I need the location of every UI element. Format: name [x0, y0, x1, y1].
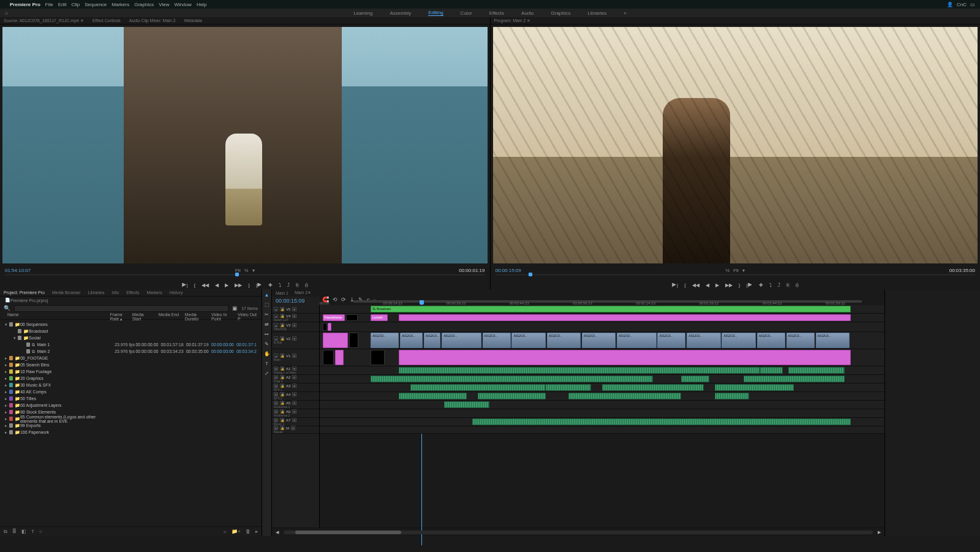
track-lane[interactable] — [320, 401, 884, 409]
timeline-clip[interactable] — [349, 333, 358, 348]
bin-row[interactable]: ▸📁60 Adjustment Layers — [0, 402, 262, 409]
user-icon[interactable]: 👤 — [947, 2, 953, 7]
timeline-clip[interactable]: A012C0... — [424, 333, 441, 348]
menu-view[interactable]: View — [159, 2, 169, 7]
prg-mark-in[interactable]: ⯈| — [672, 282, 678, 288]
prg-go-in[interactable]: { — [684, 282, 686, 288]
find-icon[interactable]: ⌕ — [224, 529, 227, 534]
src-btn-settings[interactable]: ⎙ — [305, 282, 308, 288]
timeline-clip[interactable] — [399, 393, 467, 399]
timeline-clip[interactable] — [546, 384, 591, 391]
bin-row[interactable]: 📁Broadcast — [0, 328, 262, 335]
sort-icon[interactable]: T — [31, 529, 34, 534]
src-play[interactable]: ▶ — [225, 282, 228, 288]
track-header[interactable]: M🔒A3👁SFX 1 — [272, 384, 319, 392]
program-tc[interactable]: 00:00:15:09 — [496, 268, 521, 273]
track-lane[interactable] — [320, 322, 884, 332]
col-start[interactable]: Media Start — [130, 312, 156, 319]
menubar-extra-icon[interactable]: ▭ — [970, 2, 975, 7]
tab-history[interactable]: History — [170, 290, 183, 295]
menu-help[interactable]: Help — [197, 2, 206, 7]
source-scrub[interactable] — [5, 274, 485, 281]
menu-markers[interactable]: Markers — [111, 2, 129, 7]
program-video[interactable] — [493, 27, 978, 263]
track-header[interactable]: M🔒A2👁Diag 2 — [272, 375, 319, 384]
bin-row[interactable]: ▸📁00_FOOTAGE — [0, 355, 262, 361]
bin-row[interactable]: ▸📁40 AE Comps — [0, 388, 262, 395]
bin-row[interactable]: ▾📁00 Sequences — [0, 321, 262, 328]
tool-type[interactable]: T — [264, 360, 270, 366]
prg-btn-settings[interactable]: ⎙ — [796, 282, 799, 288]
track-lane[interactable] — [320, 392, 884, 401]
tl-footer-icon2[interactable]: ▶ — [878, 530, 881, 535]
timeline-clip[interactable]: A012C0... — [786, 333, 815, 348]
timeline-clip[interactable]: SL Broadcast — [371, 306, 851, 312]
timeline-clip[interactable] — [323, 333, 348, 348]
timeline-clip[interactable] — [335, 350, 344, 365]
timeline-clip[interactable] — [399, 350, 851, 365]
tool-razor[interactable]: ✂ — [264, 311, 270, 317]
src-mark-in[interactable]: ⯈| — [182, 282, 188, 288]
track-lane[interactable] — [320, 426, 884, 434]
bin-row[interactable]: ⧉Main 223.976 fps00:00:00:0000:03:34:230… — [0, 348, 262, 355]
close-icon[interactable]: ✕ — [527, 18, 530, 23]
tool-track-select[interactable]: ⬚ — [264, 301, 270, 308]
timeline-clip[interactable] — [410, 384, 546, 391]
col-framerate[interactable]: Frame Rate ▴ — [108, 312, 130, 319]
src-go-out[interactable]: } — [248, 282, 250, 288]
close-icon[interactable]: ✕ — [80, 18, 84, 23]
ws-audio[interactable]: Audio — [521, 10, 533, 16]
close-icon[interactable]: ✕ — [307, 290, 311, 295]
app-name[interactable]: Premiere Pro — [10, 2, 40, 7]
src-step-back[interactable]: ◀◀ — [202, 282, 209, 288]
timeline-clip[interactable]: A012C0... — [757, 333, 785, 348]
prg-step-back[interactable]: ◀◀ — [692, 282, 699, 288]
filter-icon[interactable]: ▣ — [232, 305, 238, 311]
col-duration[interactable]: Media Duratio — [183, 312, 209, 319]
ws-graphics[interactable]: Graphics — [551, 10, 571, 16]
track-lane[interactable] — [320, 418, 884, 426]
timeline-clip[interactable] — [371, 376, 653, 382]
track-lane[interactable] — [320, 409, 884, 418]
timeline-clip[interactable] — [715, 393, 748, 399]
tool-selection[interactable]: ▲ — [264, 292, 270, 298]
seq-tab-main2[interactable]: Main 2✕ — [295, 290, 311, 295]
icon-view-icon[interactable]: ≣ — [12, 529, 17, 534]
timeline-tc[interactable]: 00:00:15:09 — [272, 297, 320, 305]
bin-row[interactable]: ▸📁10 Raw Footage — [0, 368, 262, 375]
timeline-clip[interactable]: A012C0... — [816, 333, 850, 348]
track-header[interactable]: ●🔒V1👁Main — [272, 349, 319, 366]
prg-lift[interactable]: ⤵ — [769, 282, 772, 288]
timeline-clip[interactable] — [788, 367, 845, 374]
tab-mediabrowser[interactable]: Media Browser — [52, 290, 81, 295]
timeline-clip[interactable]: A012C0... — [483, 333, 511, 348]
menu-window[interactable]: Window — [174, 2, 191, 7]
prg-extract[interactable]: ⤴ — [778, 282, 780, 288]
prg-go-out[interactable]: } — [739, 282, 741, 288]
timeline-clip[interactable] — [371, 350, 385, 365]
bin-row[interactable]: ▸📁50 Titles — [0, 395, 262, 402]
timeline-clip[interactable] — [399, 367, 760, 374]
home-icon[interactable]: ⌂ — [5, 10, 8, 16]
tool-slip[interactable]: ⇄ — [264, 321, 270, 327]
prg-mark-out[interactable]: |⯈ — [746, 282, 752, 288]
src-insert[interactable]: ⤵ — [279, 282, 281, 288]
timeline-clip[interactable] — [681, 376, 709, 382]
timeline-clip[interactable]: A012C0... — [657, 333, 685, 348]
col-name[interactable]: Name — [5, 312, 108, 319]
source-tab-effectcontrols[interactable]: Effect Controls — [92, 18, 121, 23]
prg-play-fwd[interactable]: ▶▶ — [725, 282, 733, 288]
timeline-clip[interactable] — [478, 393, 546, 399]
ws-assembly[interactable]: Assembly — [390, 10, 411, 16]
footer-more-icon[interactable]: ▸ — [255, 529, 258, 534]
program-scrub[interactable] — [496, 274, 976, 281]
col-in[interactable]: Video In Point — [209, 312, 235, 319]
tracks-clips[interactable]: SL BroadcastFreezeframeLumetriA012C0...A… — [320, 305, 884, 527]
zoom-slider-icon[interactable]: ○ — [39, 529, 42, 534]
menu-edit[interactable]: Edit — [58, 2, 67, 7]
col-end[interactable]: Media End — [156, 312, 183, 319]
bin-row[interactable]: ▸📁85 Common elements (Logos and other el… — [0, 415, 262, 422]
ws-learning[interactable]: Learning — [353, 10, 372, 16]
timeline-clip[interactable]: Freezeframe — [323, 314, 345, 321]
tl-footer-icon[interactable]: ◀ — [276, 530, 279, 535]
